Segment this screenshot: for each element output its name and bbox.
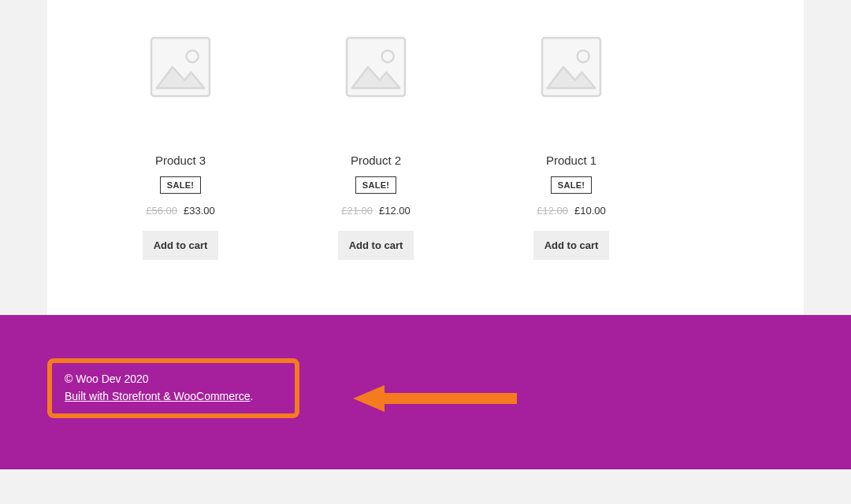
product-price: £21.00£12.00 bbox=[286, 205, 466, 217]
product-title[interactable]: Product 3 bbox=[91, 154, 270, 167]
svg-point-3 bbox=[382, 50, 394, 62]
add-to-cart-button[interactable]: Add to cart bbox=[533, 231, 610, 260]
product-card[interactable]: Product 1 SALE! £12.00£10.00 Add to cart bbox=[481, 0, 661, 260]
product-image-placeholder[interactable] bbox=[481, 0, 661, 134]
site-footer: © Woo Dev 2020 Built with Storefront & W… bbox=[0, 315, 851, 469]
product-price: £56.00£33.00 bbox=[91, 205, 270, 217]
price-new: £12.00 bbox=[379, 205, 411, 217]
annotation-highlight-box: © Woo Dev 2020 Built with Storefront & W… bbox=[47, 358, 299, 418]
footer-inner: © Woo Dev 2020 Built with Storefront & W… bbox=[47, 358, 804, 418]
product-title[interactable]: Product 1 bbox=[481, 154, 661, 167]
image-placeholder-icon bbox=[147, 34, 214, 100]
sale-badge: SALE! bbox=[160, 176, 202, 194]
image-placeholder-icon bbox=[343, 34, 409, 100]
svg-point-1 bbox=[187, 50, 199, 62]
product-image-placeholder[interactable] bbox=[91, 0, 270, 134]
add-to-cart-button[interactable]: Add to cart bbox=[338, 231, 414, 260]
product-title[interactable]: Product 2 bbox=[286, 154, 466, 167]
product-grid: Product 3 SALE! £56.00£33.00 Add to cart… bbox=[91, 0, 760, 260]
product-price: £12.00£10.00 bbox=[481, 205, 661, 217]
price-old: £12.00 bbox=[537, 205, 568, 217]
built-with-link[interactable]: Built with Storefront & WooCommerce bbox=[65, 390, 251, 402]
product-card[interactable]: Product 3 SALE! £56.00£33.00 Add to cart bbox=[91, 0, 270, 260]
sale-badge: SALE! bbox=[355, 176, 397, 194]
product-card[interactable]: Product 2 SALE! £21.00£12.00 Add to cart bbox=[286, 0, 466, 260]
svg-point-5 bbox=[578, 50, 589, 62]
product-image-placeholder[interactable] bbox=[286, 0, 466, 134]
add-to-cart-button[interactable]: Add to cart bbox=[143, 231, 219, 260]
copyright-text: © Woo Dev 2020 bbox=[65, 372, 282, 385]
built-with-text: Built with Storefront & WooCommerce. bbox=[65, 390, 282, 402]
price-old: £56.00 bbox=[146, 205, 177, 217]
price-new: £10.00 bbox=[574, 205, 606, 217]
price-new: £33.00 bbox=[184, 205, 215, 217]
annotation-arrow-icon bbox=[347, 379, 520, 418]
built-with-suffix: . bbox=[251, 390, 254, 402]
content-area: Product 3 SALE! £56.00£33.00 Add to cart… bbox=[47, 0, 804, 315]
price-old: £21.00 bbox=[341, 205, 373, 217]
sale-badge: SALE! bbox=[551, 176, 593, 194]
image-placeholder-icon bbox=[538, 34, 604, 100]
